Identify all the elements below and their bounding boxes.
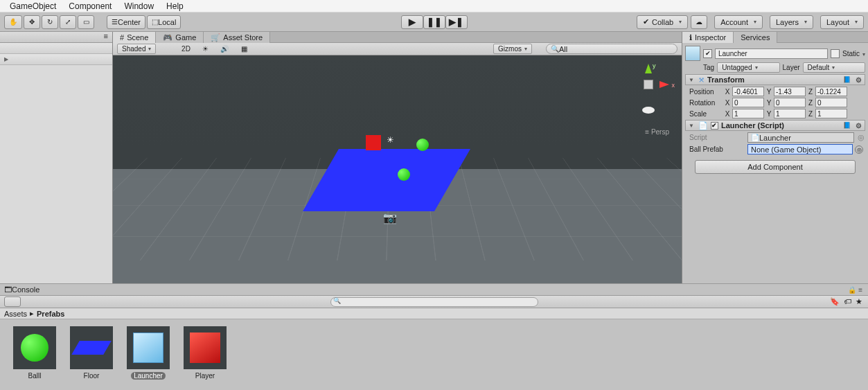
layer-label: Layer — [783, 64, 800, 71]
position-row: Position X-0.4601 Y-1.43 Z-0.1224 — [685, 87, 865, 96]
filter-type-icon[interactable]: 🏷 — [844, 297, 851, 306]
asset-ball[interactable]: Balll — [12, 326, 57, 383]
pivot-tools: ☰ Center ⬚ Local — [107, 15, 181, 29]
help-icon[interactable]: 📘 — [843, 122, 851, 129]
project-panel: 🔖 🏷 ★ Assets ▸ Prefabs Balll Floor Launc… — [0, 296, 868, 390]
static-dropdown[interactable]: Static — [842, 50, 865, 57]
inspector-panel: ℹ Inspector Services ✔ Launcher Static T… — [682, 32, 868, 283]
tab-asset-store[interactable]: 🛒 Asset Store — [204, 32, 270, 43]
gameobject-header: ✔ Launcher Static — [685, 46, 865, 61]
create-dropdown[interactable] — [4, 296, 21, 307]
scene-viewport[interactable]: ☀ 📷 y x Persp — [113, 55, 682, 283]
gear-icon[interactable]: ⚙ — [856, 122, 862, 130]
object-picker-icon[interactable]: ◎ — [855, 145, 863, 154]
local-toggle[interactable]: ⬚ Local — [147, 15, 181, 29]
transform-component-header[interactable]: ⤧ Transform 📘 ⚙ — [685, 74, 865, 85]
transform-tools: ✋ ✥ ↻ ⤢ ▭ — [4, 15, 94, 29]
gizmos-dropdown[interactable]: Gizmos — [493, 44, 532, 54]
breadcrumb-prefabs[interactable]: Prefabs — [37, 310, 64, 318]
script-component-header[interactable]: 📄 ✔ Launcher (Script) 📘 ⚙ — [685, 120, 865, 131]
gameobject-name-input[interactable]: Launcher — [715, 48, 828, 59]
menu-help[interactable]: Help — [166, 1, 184, 11]
position-y-input[interactable]: -1.43 — [774, 87, 806, 96]
console-tab[interactable]: 🗔 Console — [0, 283, 868, 296]
orientation-gizmo[interactable]: y x — [628, 64, 669, 105]
rotation-x-input[interactable]: 0 — [732, 98, 764, 107]
hierarchy-create-dropdown[interactable] — [0, 43, 112, 54]
move-tool[interactable]: ✥ — [24, 15, 40, 29]
hierarchy-tab-bar[interactable] — [0, 32, 112, 43]
collab-dropdown[interactable]: ✔ Collab — [637, 15, 688, 29]
help-icon[interactable]: 📘 — [843, 76, 851, 83]
asset-launcher[interactable]: Launcher — [126, 326, 170, 383]
project-toolbar: 🔖 🏷 ★ — [0, 296, 868, 308]
hierarchy-panel — [0, 32, 113, 283]
object-picker-icon[interactable]: ◎ — [857, 133, 865, 142]
position-z-input[interactable]: -0.1224 — [815, 87, 847, 96]
tab-game[interactable]: 🎮 Game — [156, 32, 204, 43]
project-search-input[interactable] — [330, 297, 538, 307]
scale-row: Scale X1 Y1 Z1 — [685, 109, 865, 118]
tag-dropdown[interactable]: Untagged — [717, 62, 779, 73]
project-breadcrumb[interactable]: Assets ▸ Prefabs — [0, 308, 868, 319]
rotation-z-input[interactable]: 0 — [815, 98, 847, 107]
add-component-button[interactable]: Add Component — [695, 160, 856, 174]
rotate-tool[interactable]: ↻ — [42, 15, 58, 29]
menu-component[interactable]: Component — [69, 1, 112, 11]
inspector-tab-bar: ℹ Inspector Services — [682, 32, 868, 43]
scene-panel: # Scene 🎮 Game 🛒 Asset Store Shaded 2D ☀… — [113, 32, 682, 283]
lighting-toggle[interactable]: ☀ — [197, 44, 213, 54]
ball-prefab-field[interactable]: None (Game Object)◎ — [747, 144, 853, 154]
scale-y-input[interactable]: 1 — [774, 109, 806, 118]
breadcrumb-assets[interactable]: Assets — [4, 310, 27, 318]
tab-services[interactable]: Services — [734, 32, 777, 43]
2d-toggle[interactable]: 2D — [178, 44, 193, 54]
script-enabled-checkbox[interactable]: ✔ — [711, 122, 718, 130]
favorite-icon[interactable]: ★ — [856, 297, 862, 306]
scale-tool[interactable]: ⤢ — [60, 15, 76, 29]
menu-window[interactable]: Window — [124, 1, 154, 11]
menu-gameobject[interactable]: GameObject — [10, 1, 56, 11]
scale-x-input[interactable]: 1 — [732, 109, 764, 118]
gear-icon[interactable]: ⚙ — [856, 76, 862, 84]
account-dropdown[interactable]: Account — [714, 15, 763, 29]
scene-object-ball-1[interactable] — [416, 139, 429, 151]
perspective-label[interactable]: Persp — [645, 128, 669, 136]
rotation-row: Rotation X0 Y0 Z0 — [685, 98, 865, 107]
rect-tool[interactable]: ▭ — [78, 15, 94, 29]
center-toggle[interactable]: ☰ Center — [107, 15, 145, 29]
scene-object-ball-2[interactable] — [398, 168, 410, 181]
step-button[interactable]: ▶❚ — [445, 15, 468, 29]
hierarchy-scene-item[interactable] — [0, 54, 112, 65]
active-checkbox[interactable]: ✔ — [703, 49, 712, 58]
scene-options-bar: Shaded 2D ☀ 🔊 ▦ Gizmos 🔍 All — [113, 43, 682, 55]
layout-dropdown[interactable]: Layout — [820, 15, 864, 29]
script-field-label: Script — [689, 134, 745, 141]
tab-inspector[interactable]: ℹ Inspector — [682, 32, 734, 43]
asset-player[interactable]: Player — [183, 326, 227, 383]
fx-toggle[interactable]: ▦ — [236, 44, 251, 54]
sun-gizmo-icon: ☀ — [387, 135, 394, 145]
scene-object-player[interactable] — [366, 135, 381, 150]
camera-gizmo-icon[interactable]: 📷 — [383, 211, 397, 224]
audio-toggle[interactable]: 🔊 — [217, 44, 232, 54]
tab-scene[interactable]: # Scene — [113, 32, 156, 43]
static-checkbox[interactable] — [831, 49, 840, 58]
position-x-input[interactable]: -0.4601 — [732, 87, 764, 96]
filter-all-icon[interactable]: 🔖 — [830, 297, 840, 306]
cloud-button[interactable]: ☁ — [691, 15, 707, 29]
play-button[interactable]: ▶ — [401, 15, 423, 29]
prefab-icon — [685, 46, 700, 61]
hand-tool[interactable]: ✋ — [4, 15, 22, 29]
main-toolbar: ✋ ✥ ↻ ⤢ ▭ ☰ Center ⬚ Local ▶ ❚❚ ▶❚ ✔ Col… — [0, 12, 868, 32]
pause-button[interactable]: ❚❚ — [423, 15, 445, 29]
scene-search-input[interactable]: 🔍 All — [546, 44, 677, 54]
scale-z-input[interactable]: 1 — [815, 109, 847, 118]
layer-dropdown[interactable]: Default — [803, 62, 865, 73]
scene-object-floor[interactable] — [303, 149, 470, 211]
rotation-y-input[interactable]: 0 — [774, 98, 806, 107]
layers-dropdown[interactable]: Layers — [770, 15, 813, 29]
asset-grid: Balll Floor Launcher Player — [0, 319, 868, 390]
shading-mode-dropdown[interactable]: Shaded — [117, 44, 156, 54]
asset-floor[interactable]: Floor — [69, 326, 114, 383]
